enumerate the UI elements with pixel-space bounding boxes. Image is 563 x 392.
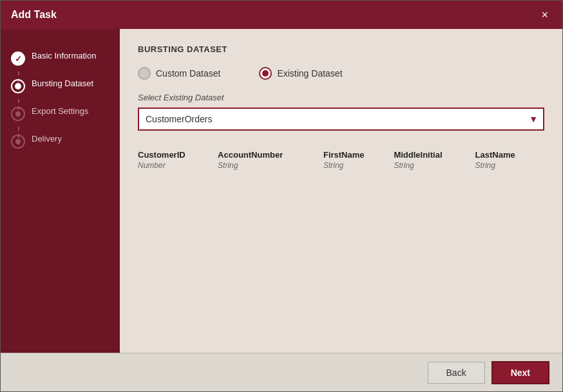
step-bursting-dataset[interactable]: Bursting Dataset: [1, 72, 120, 100]
col-header-accountnumber: AccountNumber: [218, 146, 323, 161]
next-button[interactable]: Next: [491, 361, 549, 384]
radio-existing-dataset[interactable]: Existing Dataset: [259, 67, 342, 80]
step-export-settings[interactable]: Export Settings: [1, 100, 120, 127]
table-type-row: Number String String String String: [138, 161, 544, 174]
col-type-accountnumber: String: [218, 161, 323, 174]
select-existing-label: Select Existing Dataset: [138, 93, 544, 102]
table-header-row: CustomerID AccountNumber FirstName Middl…: [138, 146, 544, 161]
step-icon-basic-information: ✓: [11, 51, 25, 66]
dialog-footer: Back Next: [1, 353, 562, 391]
col-header-middleinitial: MiddleInitial: [394, 146, 475, 161]
col-type-customerid: Number: [138, 161, 218, 174]
step-label-delivery: Delivery: [32, 134, 62, 145]
step-icon-bursting-dataset: [11, 79, 25, 93]
col-type-firstname: String: [323, 161, 394, 174]
back-button[interactable]: Back: [428, 362, 485, 384]
radio-circle-existing: [259, 67, 272, 80]
step-delivery[interactable]: Delivery: [1, 127, 120, 155]
section-title: BURSTING DATASET: [138, 44, 544, 54]
sidebar: ✓ Basic Information Bursting Dataset Exp…: [1, 29, 120, 353]
step-label-bursting-dataset: Bursting Dataset: [32, 79, 93, 89]
select-wrapper: CustomerOrders SalesData ProductList ▼: [138, 107, 544, 131]
step-icon-export-settings: [11, 107, 25, 121]
radio-label-custom: Custom Dataset: [156, 68, 220, 79]
step-label-basic-information: Basic Information: [32, 51, 96, 62]
radio-group: Custom Dataset Existing Dataset: [138, 67, 544, 80]
dialog-body: ✓ Basic Information Bursting Dataset Exp…: [1, 29, 562, 353]
radio-label-existing: Existing Dataset: [277, 68, 342, 79]
col-header-lastname: LastName: [475, 146, 544, 161]
main-content: BURSTING DATASET Custom Dataset Existing…: [120, 29, 562, 353]
col-header-customerid: CustomerID: [138, 146, 218, 161]
dataset-table: CustomerID AccountNumber FirstName Middl…: [138, 146, 544, 174]
title-bar: Add Task ×: [1, 1, 562, 29]
step-basic-information[interactable]: ✓ Basic Information: [1, 44, 120, 72]
radio-circle-custom: [138, 67, 151, 80]
radio-custom-dataset[interactable]: Custom Dataset: [138, 67, 220, 80]
col-type-middleinitial: String: [394, 161, 475, 174]
checkmark-icon: ✓: [15, 54, 22, 64]
col-header-firstname: FirstName: [323, 146, 394, 161]
dialog-title: Add Task: [11, 9, 57, 21]
add-task-dialog: Add Task × ✓ Basic Information Bursting …: [0, 0, 563, 392]
dataset-select[interactable]: CustomerOrders SalesData ProductList: [138, 107, 544, 131]
close-button[interactable]: ×: [537, 8, 552, 22]
step-icon-delivery: [11, 135, 25, 149]
step-label-export-settings: Export Settings: [32, 106, 88, 117]
col-type-lastname: String: [475, 161, 544, 174]
